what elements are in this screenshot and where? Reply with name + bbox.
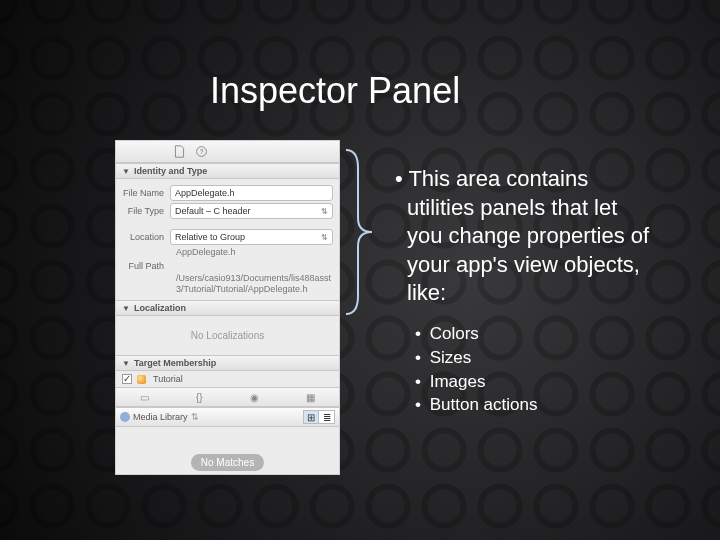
svg-text:?: ? — [199, 148, 203, 155]
section-localization-label: Localization — [134, 303, 186, 313]
app-target-icon — [137, 375, 146, 384]
section-localization-header[interactable]: ▼ Localization — [116, 300, 339, 316]
dropdown-arrows-icon: ⇅ — [321, 233, 328, 242]
file-name-field[interactable]: AppDelegate.h — [170, 185, 333, 201]
section-target-header[interactable]: ▼ Target Membership — [116, 355, 339, 371]
full-path-value: /Users/casio913/Documents/lis488asst3/Tu… — [122, 273, 333, 296]
location-value: Relative to Group — [175, 232, 245, 242]
dropdown-arrows-icon: ⇅ — [321, 207, 328, 216]
section-target-label: Target Membership — [134, 358, 216, 368]
target-membership-row[interactable]: Tutorial — [116, 371, 339, 387]
list-view-icon[interactable]: ≣ — [319, 410, 335, 424]
code-snippet-tab-icon[interactable]: {} — [196, 392, 203, 403]
library-content-area: No Matches — [116, 427, 339, 474]
object-tab-icon[interactable]: ◉ — [250, 392, 259, 403]
file-template-tab-icon[interactable]: ▭ — [140, 392, 149, 403]
file-type-value: Default – C header — [175, 206, 251, 216]
lead-bullet: This area contains utilities panels that… — [395, 165, 655, 308]
view-mode-segmented[interactable]: ⊞ ≣ — [303, 410, 335, 424]
no-matches-badge: No Matches — [191, 454, 264, 471]
section-identity-label: Identity and Type — [134, 166, 207, 176]
disclosure-triangle-icon: ▼ — [122, 167, 130, 176]
dropdown-arrows-icon[interactable]: ⇅ — [191, 412, 199, 422]
location-path: AppDelegate.h — [122, 247, 333, 259]
file-icon[interactable] — [172, 145, 186, 159]
target-name: Tutorial — [153, 374, 183, 384]
checkbox-icon[interactable] — [122, 374, 132, 384]
file-name-label: File Name — [122, 188, 170, 198]
slide-title: Inspector Panel — [210, 70, 460, 112]
help-icon[interactable]: ? — [194, 145, 208, 159]
file-type-field[interactable]: Default – C header⇅ — [170, 203, 333, 219]
sub-bullet-list: Colors Sizes Images Button actions — [395, 322, 655, 417]
sub-bullet: Button actions — [429, 393, 655, 417]
location-label: Location — [122, 232, 170, 242]
section-identity-header[interactable]: ▼ Identity and Type — [116, 163, 339, 179]
sub-bullet: Sizes — [429, 346, 655, 370]
media-library-bar: Media Library ⇅ ⊞ ≣ — [116, 407, 339, 427]
inspector-tabbar[interactable]: ? — [116, 141, 339, 163]
slide-body: This area contains utilities panels that… — [395, 165, 655, 417]
no-localizations-text: No Localizations — [116, 316, 339, 355]
file-type-label: File Type — [122, 206, 170, 216]
disclosure-triangle-icon: ▼ — [122, 304, 130, 313]
media-tab-icon[interactable]: ▦ — [306, 392, 315, 403]
media-library-label: Media Library — [133, 412, 188, 422]
media-icon — [120, 412, 130, 422]
file-name-value: AppDelegate.h — [175, 188, 235, 198]
disclosure-triangle-icon: ▼ — [122, 359, 130, 368]
location-field[interactable]: Relative to Group⇅ — [170, 229, 333, 245]
full-path-label: Full Path — [122, 261, 170, 271]
inspector-panel: ? ▼ Identity and Type File Name AppDeleg… — [115, 140, 340, 475]
sub-bullet: Colors — [429, 322, 655, 346]
sub-bullet: Images — [429, 370, 655, 394]
grid-view-icon[interactable]: ⊞ — [303, 410, 319, 424]
library-tabbar[interactable]: ▭ {} ◉ ▦ — [116, 387, 339, 407]
callout-brace — [342, 148, 374, 316]
